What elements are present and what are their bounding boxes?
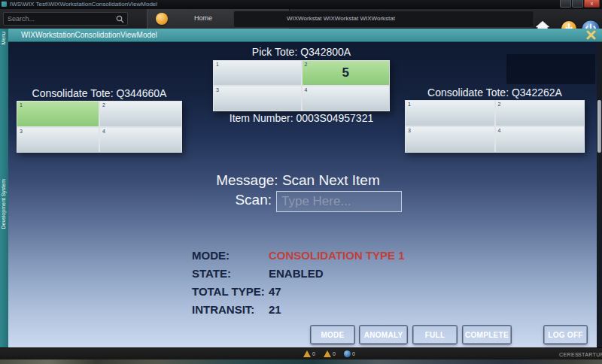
total-type-label: TOTAL TYPE: [192,285,269,298]
info-indicator[interactable]: 0 [344,350,355,357]
workstation-banner: WIXWorkstat WIXWorkstat WIXWorkstat [233,11,534,28]
alert-count: 0 [333,351,336,356]
warning-icon [303,350,311,357]
pick-tote-grid: 1 25 3 4 [213,60,390,111]
total-type-value: 47 [269,285,281,298]
pick-cell-3[interactable]: 3 [214,86,301,111]
pick-cell-1[interactable]: 1 [214,61,301,85]
left-cell-1[interactable]: 1 [17,102,99,126]
pick-cell-4[interactable]: 4 [303,86,390,111]
desktop-background-strip [0,359,602,364]
status-row-state: STATE:ENABLED [192,264,405,282]
state-value: ENABLED [269,267,324,280]
app-window: IWS\WIX Test\WIXWorkstationConsolidation… [0,0,602,364]
cell-number: 3 [408,128,411,133]
status-row-intransit: INTRANSIT:21 [192,300,405,318]
tab-close-icon[interactable] [586,30,596,40]
cell-number: 1 [216,62,219,67]
cell-number: 4 [102,129,105,134]
user-avatar-icon [156,13,168,25]
alert-count: 0 [312,351,315,356]
cell-number: 4 [305,87,308,93]
search-input[interactable] [8,14,111,24]
environment-label: Development System [1,179,6,229]
view-tab-bar: WIXWorkstationConsolidationViewModel [8,29,602,42]
cell-number: 4 [498,128,501,133]
pick-cell-2[interactable]: 25 [303,61,390,85]
warning-icon [324,350,331,357]
anomaly-button[interactable]: ANOMALY [360,326,407,344]
pick-tote-label: Pick Tote: Q342800A [213,46,390,58]
status-row-total-type: TOTAL TYPE:47 [192,282,405,300]
right-cell-1[interactable]: 1 [406,101,494,126]
cell-number: 2 [102,102,105,108]
mode-value: CONSOLIDATION TYPE 1 [269,249,405,262]
status-block: MODE:CONSOLIDATION TYPE 1 STATE:ENABLED … [192,246,405,318]
logoff-button[interactable]: LOG OFF [544,326,587,344]
left-side-strip: Menu Development System [0,29,8,347]
close-button[interactable]: x [584,0,600,8]
maximize-button[interactable] [572,0,583,8]
left-tote-label: Consolidate Tote: Q344660A [17,87,182,99]
message-label: Message: [216,172,278,188]
right-cell-4[interactable]: 4 [496,127,585,152]
right-tote-grid: 1 2 3 4 [405,100,585,153]
alert-count: 0 [352,351,355,356]
mode-label: MODE: [192,249,269,262]
minimize-button[interactable] [560,0,571,8]
pick-quantity: 5 [303,61,390,85]
intransit-value: 21 [269,303,281,316]
app-icon [2,2,7,7]
left-cell-4[interactable]: 4 [100,128,181,153]
system-name: CERES [559,352,579,357]
complete-button[interactable]: COMPLETE [463,326,511,344]
cell-number: 1 [408,102,411,107]
inactive-panel [506,54,595,84]
message-line: Message: Scan Next Item [8,172,588,189]
cell-number: 3 [20,129,23,134]
title-bar: IWS\WIX Test\WIXWorkstationConsolidation… [0,0,602,9]
alert-indicator-1[interactable]: 0 [303,350,315,357]
status-row-mode: MODE:CONSOLIDATION TYPE 1 [192,246,405,264]
item-number-label: Item Number: 0003S04957321 [175,112,427,124]
alert-indicator-2[interactable]: 0 [324,350,336,357]
state-label: STATE: [192,267,269,280]
right-edge-band [597,42,602,347]
full-button[interactable]: FULL [413,326,457,344]
home-tab-label: Home [194,14,212,22]
cell-number: 2 [498,102,501,107]
cell-number: 1 [20,102,23,108]
intransit-label: INTRANSIT: [192,303,269,316]
right-cell-3[interactable]: 3 [406,127,494,152]
scan-label: Scan: [159,192,272,208]
left-cell-3[interactable]: 3 [17,128,99,153]
workstation-banner-text: WIXWorkstat WIXWorkstat WIXWorkstat [287,15,395,22]
message-value: Scan Next Item [282,172,380,188]
scrollbar-thumb[interactable] [597,100,601,153]
scan-input[interactable] [276,191,402,212]
window-title: IWS\WIX Test\WIXWorkstationConsolidation… [10,1,157,8]
menu-vertical-tab[interactable]: Menu [1,32,6,45]
view-title: WIXWorkstationConsolidationViewModel [21,31,157,39]
right-tote-label: Consolidate Tote: Q342262A [405,86,585,99]
mode-button[interactable]: MODE [311,326,354,344]
cell-number: 3 [216,87,219,93]
toolbar: Home WIXWorkstat WIXWorkstat WIXWorkstat [0,9,602,29]
system-mode: STARTUP [578,352,602,357]
main-content: Pick Tote: Q342800A 1 25 3 4 Item Number… [8,42,597,347]
status-bar: 0 0 0 CERES STARTUP [0,347,602,359]
left-tote-grid: 1 2 3 4 [17,101,182,153]
search-icon [116,15,124,23]
left-cell-2[interactable]: 2 [100,102,181,126]
info-icon [344,350,351,357]
close-icon: x [585,0,599,7]
search-box[interactable] [3,12,128,26]
right-cell-2[interactable]: 2 [496,101,585,126]
